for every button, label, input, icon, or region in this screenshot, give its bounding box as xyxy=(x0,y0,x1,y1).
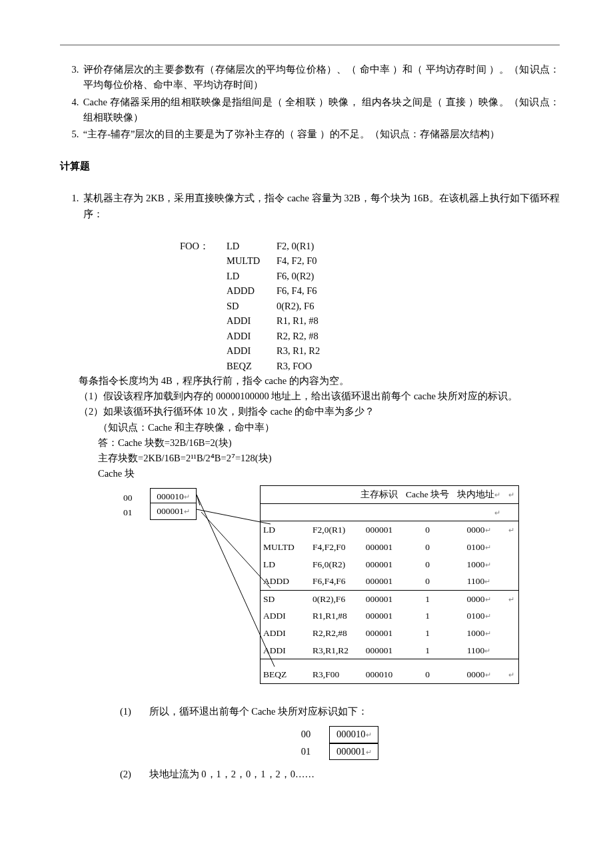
calc-a1: 答：Cache 块数=32B/16B=2(块) xyxy=(98,435,560,451)
assembly-code: FOO：LDF2, 0(R1)MULTDF4, F2, F0LDF6, 0(R2… xyxy=(180,239,560,373)
calc-a3: Cache 块 xyxy=(98,466,560,481)
answer1-lead: 所以，循环退出前每个 Cache 块所对应标识如下： xyxy=(149,706,368,717)
cache-idx-0: 00 xyxy=(123,491,133,505)
ans1-tag-0: 000010↵ xyxy=(329,726,378,743)
answer2-text: 块地址流为 0，1，2，0，1，2，0…… xyxy=(149,769,314,779)
svg-line-1 xyxy=(197,495,200,505)
top-rule xyxy=(60,45,560,45)
answer2-num: (2) xyxy=(120,767,147,782)
fill-q5: “主存-辅存”层次的目的主要是为了弥补主存的（ 容量 ）的不足。（知识点：存储器… xyxy=(81,127,560,142)
calc-sub2: （2）如果该循环执行循环体 10 次，则指令 cache 的命中率为多少？ xyxy=(79,404,560,419)
calc-a2: 主存块数=2KB/16B=2¹¹B/2⁴B=2⁷=128(块) xyxy=(98,451,560,466)
section-title: 计算题 xyxy=(60,159,560,174)
fill-q4: Cache 存储器采用的组相联映像是指组间是（ 全相联 ）映像， 组内各块之间是… xyxy=(81,95,560,125)
calc-list: 某机器主存为 2KB，采用直接映像方式，指令 cache 容量为 32B，每个块… xyxy=(60,191,560,221)
calc-q1-stem: 某机器主存为 2KB，采用直接映像方式，指令 cache 容量为 32B，每个块… xyxy=(83,191,560,221)
answer2: (2) 块地址流为 0，1，2，0，1，2，0…… xyxy=(120,767,560,782)
instr-table: 主存标识Cache 块号块内地址↵↵↵LDF2,0(R1)00000100000… xyxy=(260,485,519,684)
answer1-num: (1) xyxy=(120,704,147,719)
calc-hint: （知识点：Cache 和主存映像，命中率） xyxy=(98,420,560,435)
ans1-idx-1: 01 xyxy=(301,744,311,759)
cache-diagram: 00 000010↵ 01 000001↵ 主存标识Cache 块号块内地址↵↵… xyxy=(60,485,560,685)
fill-q3: 评价存储层次的主要参数有（存储层次的平均每位价格）、（ 命中率 ）和（ 平均访存… xyxy=(81,62,560,93)
calc-after-code: 每条指令长度均为 4B，程序执行前，指令 cache 的内容为空。 xyxy=(79,373,560,389)
ans1-idx-0: 00 xyxy=(301,727,311,742)
answer1: (1) 所以，循环退出前每个 Cache 块所对应标识如下： 00 000010… xyxy=(120,704,560,760)
cache-tag-1: 000001↵ xyxy=(150,503,197,520)
fill-blank-list: 评价存储层次的主要参数有（存储层次的平均每位价格）、（ 命中率 ）和（ 平均访存… xyxy=(60,62,560,142)
calc-sub1: （1）假设该程序加载到内存的 00000100000 地址上，给出该循环退出前每… xyxy=(79,389,560,404)
cache-idx-1: 01 xyxy=(123,505,133,520)
ans1-tag-1: 000001↵ xyxy=(329,743,378,760)
calc-q1: 某机器主存为 2KB，采用直接映像方式，指令 cache 容量为 32B，每个块… xyxy=(81,191,560,221)
